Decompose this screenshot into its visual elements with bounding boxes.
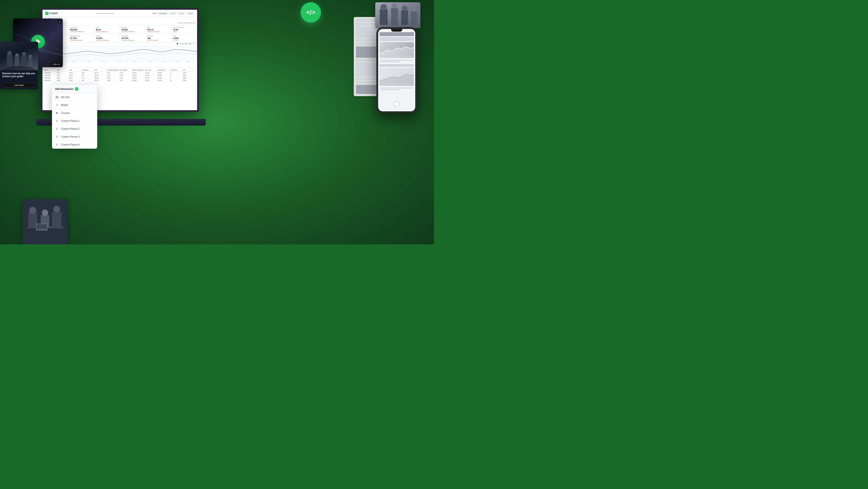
sessions-label: Sessions — [122, 27, 144, 28]
metric-sessions: Sessions 20,863 vs 24,439 (-14.63%) DoD — [120, 25, 146, 34]
cell-date-2: 10/01/2024 — [44, 75, 57, 76]
dropdown-item-custom-1[interactable]: Custom Param 1 — [52, 117, 97, 125]
cpm-change: vs $0.44 (-6.62%) DoD — [96, 31, 118, 32]
cell-view-1: 30.54% — [158, 72, 170, 74]
cell-view-2: 28.68% — [158, 75, 170, 76]
svg-rect-15 — [56, 112, 57, 114]
last-period-button[interactable]: Last 6h — [169, 12, 177, 15]
right-controls: Timezone: America/New_York — [177, 22, 195, 24]
svg-rect-12 — [57, 96, 58, 97]
ctr-value: 0.05% — [173, 37, 195, 39]
sessions-change: vs 24,439 (-14.63%) DoD — [122, 31, 144, 32]
dropdown-item-ad-unit[interactable]: Ad Unit — [52, 93, 97, 101]
insights-label: Insights — [49, 12, 58, 15]
cell-view-4: 29.70% — [158, 80, 170, 81]
phone-mockup — [376, 27, 422, 118]
country-icon — [55, 111, 59, 115]
cell-ads-4: 28.99 — [107, 80, 120, 81]
cell-cpm-2: $0.46 — [69, 75, 82, 76]
dod-label: DoD — [193, 43, 195, 45]
svg-text:2:40 PM: 2:40 PM — [175, 61, 178, 62]
svg-rect-31 — [15, 56, 19, 66]
col-time: TIME — [57, 69, 70, 71]
cell-fill-3: 72.63% — [145, 77, 158, 79]
logo-icon: A — [45, 12, 49, 15]
col-pageviews: PAGEVIEWS — [120, 69, 132, 71]
cell-sessions-3: 603 — [82, 77, 95, 79]
phone-line-2 — [380, 61, 400, 62]
cell-rps-1: $11.32 — [95, 72, 107, 74]
cell-cpm-4: $0.41 — [69, 80, 82, 81]
cell-time-1: 09:20 — [57, 72, 70, 74]
svg-text:12:00 PM: 12:00 PM — [102, 61, 106, 62]
cell-rps-2: $13.97 — [95, 75, 107, 76]
svg-point-30 — [7, 51, 12, 55]
video-close-button[interactable]: ✕ — [57, 20, 61, 24]
people-collage — [23, 199, 68, 244]
dropdown-item-custom-2[interactable]: Custom Param 2 — [52, 125, 97, 133]
metric-rps: RPS $13.71 vs $15.10 (-9.15%) DoD — [146, 25, 171, 34]
dropdown-item-custom-3[interactable]: Custom Param 3 — [52, 133, 97, 141]
phone-banner-2 — [379, 37, 414, 41]
custom-2-label: Custom Param 2 — [61, 127, 80, 130]
dropdown-item-custom-4[interactable]: Custom Param 4 — [52, 141, 97, 149]
prebid-label: Prebid Win Rate — [70, 35, 92, 37]
ctr-label: CTR — [173, 35, 195, 37]
cell-sessions-4: 634 — [82, 80, 95, 81]
metric-viewability: Viewability 30.72% vs 30.45% (+1.06%) Do… — [120, 34, 146, 42]
custom-1-label: Custom Param 1 — [61, 119, 80, 122]
skip-ad-button[interactable]: Skip Ad — [51, 63, 61, 66]
dropdown-header: Add Dimension + — [52, 85, 97, 93]
bidder-icon — [55, 103, 59, 107]
save-report-button[interactable]: Save Report — [158, 12, 168, 15]
timezone-display: Timezone: America/New_York — [177, 22, 195, 24]
ad-banner-title: Discover how we can help you achieve you… — [2, 72, 36, 78]
viewability-change: vs 30.45% (+1.06%) DoD — [122, 39, 144, 41]
metric-impressions: Impressions 698,554 vs 841,198 (-16.95%)… — [68, 25, 94, 34]
page-title: Real-Time Insights — [42, 17, 197, 21]
cell-pv-2: 1,131 — [120, 75, 132, 76]
ad-clicks-change: vs 324 (-2.47%) DoD — [147, 39, 169, 41]
svg-rect-11 — [56, 96, 57, 97]
col-ad-clicks: AD CLICKS — [170, 69, 183, 71]
metric-prebid-win-rate: Prebid Win Rate 47.79% vs 50.81% (-6.58%… — [68, 34, 94, 42]
svg-text:10:40 AM: 10:40 AM — [87, 61, 90, 62]
rps-label: RPS — [147, 27, 169, 28]
dropdown-item-country[interactable]: Country — [52, 109, 97, 117]
custom-4-icon — [55, 143, 59, 146]
learn-more-button[interactable]: Learn More — [2, 83, 36, 87]
table-row: 10/01/2024 09:20 $0.44 606 $11.32 26.51 … — [44, 72, 195, 74]
plus-icon: + — [75, 87, 79, 91]
cell-pv-1: 1,136 — [120, 72, 132, 74]
metric-fill-rate: Fill Rate 70.65% vs 71.88% (-1.72%) DoD — [94, 34, 120, 42]
dashboard-header: A Insights Timezone: America/New_York Ad… — [42, 10, 197, 17]
cell-sessions-1: 606 — [82, 72, 95, 74]
dropdown-item-bidder[interactable]: Bidder — [52, 101, 97, 109]
svg-rect-14 — [57, 97, 58, 98]
col-ads-session: ADS PER SESSION — [107, 69, 120, 71]
phone-line-3 — [380, 88, 413, 88]
cell-rps-3: $12.65 — [95, 77, 107, 79]
cell-ads-1: 26.51 — [107, 72, 120, 74]
custom-3-label: Custom Param 3 — [61, 135, 80, 138]
rps-change: vs $15.10 (-9.15%) DoD — [147, 31, 169, 32]
col-ctr: CTR — [183, 69, 195, 71]
ads-per-session-change: vs 34.6 — [173, 31, 195, 32]
metric-ctr: CTR 0.05% vs 0.04% — [171, 34, 197, 42]
impressions-change: vs 841,198 (-16.95%) DoD — [70, 31, 92, 32]
phone-line-1 — [380, 60, 413, 61]
svg-point-32 — [15, 53, 19, 57]
cell-ctr-3: 0.05% — [183, 77, 195, 79]
interval-button[interactable]: By 10m — [178, 12, 186, 15]
table-header: DATE TIME CPM SESSIONS RPS ADS PER SESSI… — [44, 69, 195, 72]
cell-prebid-4: 49.59% — [132, 80, 145, 81]
phone-home-button[interactable] — [394, 102, 399, 107]
svg-text:1:40 PM: 1:40 PM — [149, 61, 152, 62]
photo-background — [375, 2, 421, 28]
ad-unit-icon — [55, 95, 59, 99]
code-icon-badge: </> — [301, 2, 321, 23]
dod-dot — [190, 43, 191, 45]
ad-banner-image — [0, 41, 38, 70]
svg-text:10:00 AM: 10:00 AM — [71, 61, 75, 62]
refresh-button[interactable]: Refresh — [186, 12, 194, 15]
